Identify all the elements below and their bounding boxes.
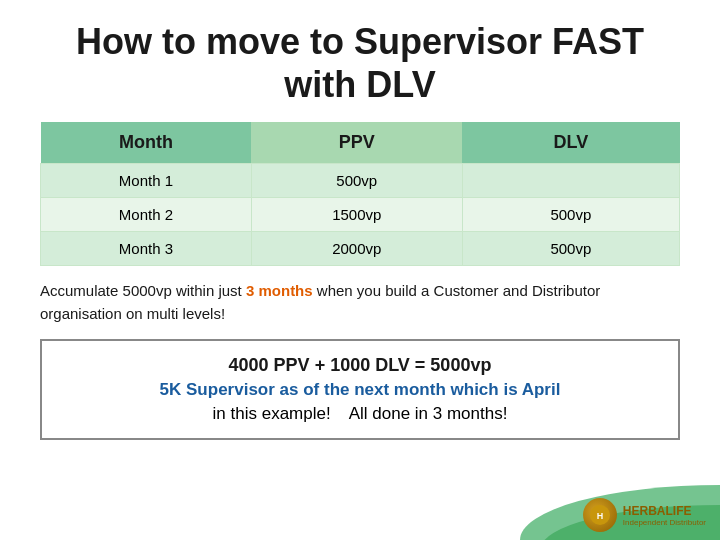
bottom-line3: in this example! All done in 3 months! [60,404,660,424]
row2-dlv: 500vp [462,198,679,232]
table-container: Month PPV DLV Month 1 500vp Month 2 1500… [40,122,680,266]
row1-month: Month 1 [41,164,252,198]
herbalife-subtitle: Independent Distributor [623,518,706,527]
accumulate-text-prefix: Accumulate 5000vp within just [40,282,246,299]
col-header-month: Month [41,122,252,164]
bottom-box: 4000 PPV + 1000 DLV = 5000vp 5K Supervis… [40,339,680,440]
table-row: Month 3 2000vp 500vp [41,232,680,266]
bottom-line1: 4000 PPV + 1000 DLV = 5000vp [60,355,660,376]
svg-text:H: H [597,511,604,521]
herbalife-text: HERBALIFE Independent Distributor [623,504,706,527]
row3-dlv: 500vp [462,232,679,266]
accumulate-paragraph: Accumulate 5000vp within just 3 months w… [40,280,680,325]
slide: How to move to Supervisor FAST with DLV … [0,0,720,540]
row3-month: Month 3 [41,232,252,266]
table-row: Month 2 1500vp 500vp [41,198,680,232]
accumulate-highlight: 3 months [246,282,313,299]
slide-title: How to move to Supervisor FAST with DLV [40,20,680,106]
data-table: Month PPV DLV Month 1 500vp Month 2 1500… [40,122,680,266]
title-line2: with DLV [284,64,435,105]
row1-dlv [462,164,679,198]
row2-month: Month 2 [41,198,252,232]
title-line1: How to move to Supervisor FAST [76,21,644,62]
bottom-line3-prefix: in this example! [213,404,331,423]
herbalife-logo: H HERBALIFE Independent Distributor [583,498,706,532]
row2-ppv: 1500vp [251,198,462,232]
bottom-line3-big: All done in 3 months! [349,404,508,423]
col-header-ppv: PPV [251,122,462,164]
table-row: Month 1 500vp [41,164,680,198]
col-header-dlv: DLV [462,122,679,164]
row1-ppv: 500vp [251,164,462,198]
herbalife-logo-circle: H [583,498,617,532]
herbalife-icon: H [589,504,611,526]
herbalife-brand: HERBALIFE [623,504,706,518]
row3-ppv: 2000vp [251,232,462,266]
bottom-line2: 5K Supervisor as of the next month which… [60,380,660,400]
